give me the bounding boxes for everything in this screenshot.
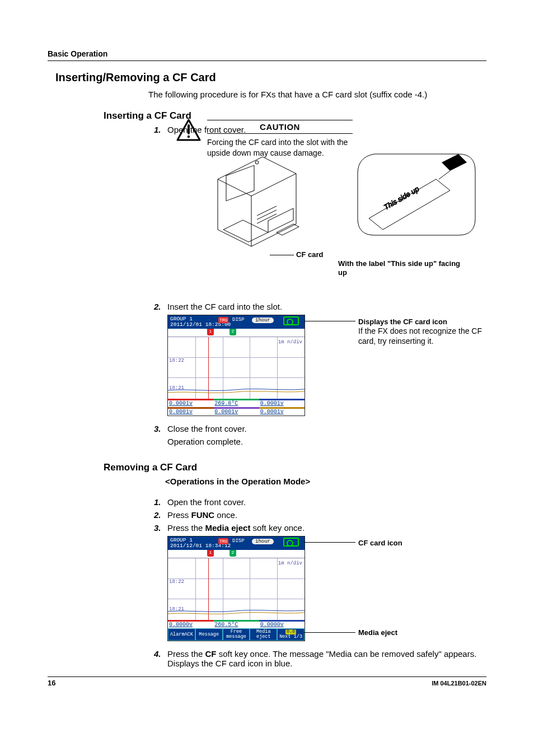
svg-point-7	[255, 161, 259, 164]
readout-ch1: 0.0000v	[168, 620, 213, 628]
softkey-alarmack[interactable]: AlarmACK	[168, 628, 195, 641]
step-number: 2.	[154, 302, 167, 311]
svg-point-18	[188, 136, 190, 138]
step-number: 3.	[154, 523, 167, 533]
step-text: Press the CF soft key once. The message …	[167, 649, 486, 668]
step-text: Press the Media eject soft key once.	[167, 523, 486, 533]
doc-id: IM 04L21B01-02EN	[432, 680, 486, 687]
readout-ch2: 269.8°C	[213, 399, 259, 407]
channel-marker-1: 1	[207, 329, 214, 335]
svg-marker-12	[369, 179, 450, 230]
step-text: Press FUNC once.	[167, 510, 486, 520]
cf-card-label: CF card	[296, 250, 323, 259]
softkey-next[interactable]: 0.0 Next 1/3	[277, 628, 305, 641]
svg-line-14	[439, 171, 450, 179]
device-illustration	[201, 146, 318, 263]
caution-body: Forcing the CF card into the slot with t…	[207, 137, 353, 158]
trg-icon: TRG	[218, 538, 228, 544]
footer-rule	[48, 676, 486, 677]
svg-marker-6	[268, 208, 293, 232]
leader-line	[304, 542, 355, 543]
caution-heading: CAUTION	[207, 120, 353, 134]
svg-marker-0	[218, 157, 296, 246]
step-number: 3.	[154, 424, 167, 433]
timescale-label: 1hour	[252, 318, 274, 323]
step-number: 1.	[154, 497, 167, 507]
timescale-label: 1hour	[252, 539, 274, 544]
softkey-media-eject[interactable]: Mediaeject	[250, 628, 277, 641]
svg-line-2	[251, 174, 296, 196]
channel-marker-2: 2	[229, 329, 236, 335]
svg-text:This side up: This side up	[382, 185, 420, 212]
card-orientation-illustration: This side up	[352, 140, 481, 241]
trace-blue	[168, 558, 305, 620]
softkey-message[interactable]: Message	[195, 628, 223, 641]
readout-ch5: 0.0001v	[213, 407, 259, 416]
lead-paragraph: The following procedure is for FXs that …	[148, 90, 486, 99]
readout-ch3: 0.0000v	[259, 620, 305, 628]
svg-marker-13	[442, 154, 467, 171]
readout-ch3: 0.0001v	[259, 399, 305, 407]
trend-chart: 1m n/div 18:22 18:21	[168, 337, 305, 399]
orientation-caption: With the label "This side up" facing up	[338, 259, 467, 278]
step-number: 1.	[154, 125, 167, 134]
fx-screenshot-eject: GROUP 1 2011/12/01 18:34:12 TRG DISP 1ho…	[167, 536, 305, 641]
step-number: 4.	[154, 649, 167, 668]
operation-complete: Operation complete.	[167, 437, 486, 446]
softkey-free-message[interactable]: Freemessage	[223, 628, 250, 641]
step-text: Close the front cover.	[167, 424, 486, 433]
readout-ch4: 0.0001v	[168, 407, 213, 416]
cf-card-icon	[283, 316, 299, 325]
trace-blue	[168, 337, 305, 399]
readout-ch2: 260.5°C	[213, 620, 259, 628]
trend-chart: 1m n/div 18:22 18:21	[168, 558, 305, 620]
leader-line	[304, 321, 355, 321]
removing-heading: Removing a CF Card	[104, 462, 486, 473]
callout-body: If the FX does not recognize the CF card…	[358, 326, 493, 346]
trg-icon: TRG	[218, 317, 228, 323]
disp-label: DISP	[232, 538, 245, 544]
readout-ch6: 0.0001v	[259, 407, 305, 416]
callout-cf-icon: CF card icon	[358, 539, 402, 547]
svg-line-8	[257, 206, 277, 216]
svg-marker-11	[277, 224, 299, 235]
channel-marker-1: 1	[207, 550, 214, 557]
disp-label: DISP	[232, 317, 245, 323]
callout-media-eject: Media eject	[358, 628, 397, 637]
callout-title: Displays the CF card icon	[358, 318, 493, 326]
step-number: 2.	[154, 510, 167, 520]
operations-subhead: <Operations in the Operation Mode>	[165, 477, 486, 486]
leader-line	[270, 255, 294, 255]
leader-line	[304, 632, 355, 633]
page-title: Inserting/Removing a CF Card	[55, 71, 486, 84]
cf-card-icon	[283, 538, 299, 547]
channel-marker-2: 2	[229, 550, 236, 557]
fx-screenshot-insert: GROUP 1 2011/12/01 18:25:00 TRG DISP 1ho…	[167, 315, 305, 416]
step-text: Open the front cover.	[167, 497, 486, 507]
page-number: 16	[48, 679, 55, 687]
readout-ch1: 0.0001v	[168, 399, 213, 407]
svg-line-10	[257, 214, 277, 223]
warning-icon	[176, 119, 201, 141]
step-text: Insert the CF card into the slot.	[167, 302, 486, 311]
running-header: Basic Operation	[48, 49, 486, 61]
svg-marker-5	[223, 220, 268, 242]
